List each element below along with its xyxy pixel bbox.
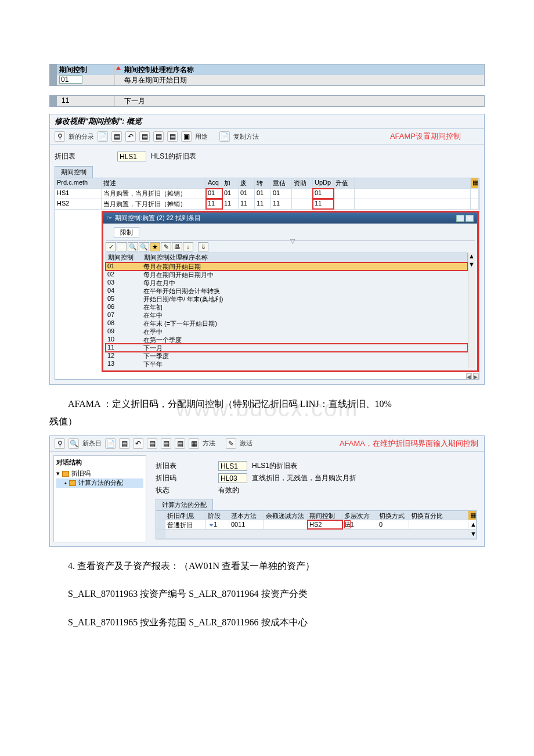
dep-table-code[interactable]: HLS1 [117, 152, 146, 161]
activate-button[interactable]: 激活 [240, 439, 252, 448]
copy-method-button[interactable]: 复制方法 [233, 132, 259, 141]
scroll-right-icon[interactable]: ▶ [473, 373, 479, 379]
sort-icon[interactable] [115, 64, 122, 75]
gh-acq: Acq [206, 178, 222, 188]
popup-list-item[interactable]: 04在半年开始日期会计年转换 [106, 287, 468, 295]
copy-method-icon[interactable]: 📄 [219, 131, 230, 142]
collapse-icon[interactable]: ▽ [290, 237, 295, 245]
cell-base[interactable]: 0011 [229, 520, 264, 529]
print-icon[interactable]: 🖶 [172, 242, 182, 251]
find-all-icon[interactable]: 🔍 [139, 242, 149, 251]
popup-list-item[interactable]: 07在年中 [106, 311, 468, 319]
star-icon[interactable]: ★ [150, 242, 160, 251]
cell-type[interactable]: 普通折旧 [165, 520, 206, 529]
dep-table-label: 折旧表 [55, 152, 113, 161]
tree-item-dep-code[interactable]: ▾ 折旧码 [56, 469, 143, 478]
cell-multi[interactable]: □1 [342, 520, 377, 529]
expand-icon[interactable]: ⚲ [55, 131, 65, 142]
col-proc-name: 期间控制处理程序名称 [122, 64, 484, 75]
status-val: 有效的 [218, 485, 239, 495]
tool-icon-5[interactable]: ▣ [181, 131, 192, 142]
dep-table-code2[interactable]: HLS1 [218, 461, 247, 471]
copy-icon[interactable]: 📄 [98, 131, 108, 142]
afamp-screen: 修改视图"期间控制": 概览 ⚲ 新的分录 📄 ▤ ↶ ▤ ▤ ▤ ▣ 用途 📄… [49, 114, 485, 385]
down-icon[interactable]: ↓ [183, 242, 193, 251]
popup-list-item[interactable]: 13下半年 [106, 360, 468, 368]
tool-icon-4[interactable]: ▤ [167, 131, 178, 142]
new-entry-button[interactable]: 新的分录 [68, 132, 94, 141]
period-desc-11: 下一月 [122, 96, 484, 106]
popup-list-item[interactable]: 08在年末 (=下一年开始日期) [106, 319, 468, 327]
find-icon[interactable]: 🔍 [128, 242, 138, 251]
btn-min-icon[interactable]: _ [456, 215, 464, 222]
grid-config-icon[interactable]: ▦ [471, 178, 479, 188]
gh-updp: UpDp [313, 178, 334, 188]
period-control-popup: ☞ 期间控制:购置 (2) 22 找到条目 _ × 限制 ▽ ✓ [102, 211, 479, 372]
tab-period-control[interactable]: 期间控制 [55, 166, 93, 178]
sap-toolbar: ⚲ 新的分录 📄 ▤ ↶ ▤ ▤ ▤ ▣ 用途 📄 复制方法 AFAMP设置期间… [50, 129, 484, 145]
cancel-icon[interactable]: ✕ [117, 242, 127, 251]
popup-list-item[interactable]: 01每月在期间开始日期 [106, 262, 468, 271]
undo-icon[interactable]: ↶ [125, 131, 136, 142]
tool-icon-2[interactable]: ▤ [139, 131, 150, 142]
body-text-afama-2: 残值） [49, 413, 485, 430]
cell-stage[interactable]: 1 [206, 520, 229, 529]
tree-item-calc-method[interactable]: • 计算方法的分配 [56, 478, 143, 488]
tool-icon-1[interactable]: ▤ [111, 131, 122, 142]
popup-list-item[interactable]: 12下一季度 [106, 352, 468, 360]
popup-list: 01每月在期间开始日期02每月在期间开始日期月中03每月在月中04在半年开始日期… [106, 262, 468, 368]
cell-pct[interactable] [409, 520, 468, 529]
body-text-afama: AFAMA ：定义折旧码，分配期间控制（特别记忆折旧码 LINJ：直线折旧、10… [49, 395, 485, 413]
download-icon[interactable]: ⇓ [198, 242, 208, 251]
tool-icon-1[interactable]: ▤ [119, 438, 129, 449]
folder-icon [69, 480, 76, 486]
popup-list-item[interactable]: 06在年初 [106, 303, 468, 311]
tab-calc-method[interactable]: 计算方法的分配 [156, 499, 213, 510]
scroll-left-icon[interactable]: ◀ [466, 373, 472, 379]
period-code-11: 11 [57, 96, 115, 106]
grid-config-icon[interactable]: ▦ [468, 511, 477, 520]
activate-icon[interactable]: ✎ [226, 438, 236, 449]
expand-icon[interactable]: ⚲ [55, 438, 65, 449]
scroll-up-icon[interactable]: ▲ [468, 520, 477, 529]
gh-add: 加 [222, 178, 239, 188]
popup-scrollbar[interactable]: ▲ ▼ [468, 253, 475, 368]
afamp-annotation: AFAMP设置期间控制 [390, 131, 461, 142]
popup-list-item[interactable]: 11下一月 [106, 344, 468, 352]
method-button[interactable]: 方法 [203, 439, 215, 448]
restrict-tab[interactable]: 限制 [114, 227, 139, 238]
cell-decl[interactable] [264, 520, 308, 529]
cell-period[interactable]: HS2 [308, 520, 342, 529]
usage-button[interactable]: 用途 [195, 132, 208, 141]
afama-annotation: AFAMA，在维护折旧码界面输入期间控制 [340, 438, 478, 449]
period-control-header-table: 期间控制 期间控制处理程序名称 每月在期间开始日期 [49, 64, 485, 86]
tool-icon-3[interactable]: ▤ [161, 438, 171, 449]
cell-acq[interactable]: 01 [206, 189, 222, 199]
new-entry-button[interactable]: 新条目 [82, 439, 102, 448]
period-code-input[interactable] [59, 75, 82, 84]
popup-app-icon: ☞ [107, 214, 113, 222]
cell-switch[interactable]: 0 [377, 520, 409, 529]
dialog-tree: 对话结构 ▾ 折旧码 • 计算方法的分配 [53, 455, 146, 542]
tool-icon-3[interactable]: ▤ [153, 131, 164, 142]
popup-list-item[interactable]: 03每月在月中 [106, 279, 468, 287]
find-icon[interactable]: 🔍 [68, 438, 79, 449]
cell-method[interactable]: HS1 [55, 189, 102, 199]
copy-icon[interactable]: 📄 [105, 438, 116, 449]
tool-icon-a[interactable]: ✎ [161, 242, 171, 251]
check-icon[interactable]: ✓ [106, 242, 116, 251]
btn-close-icon[interactable]: × [466, 215, 474, 222]
popup-list-item[interactable]: 05开始日期/年中/ 年末(奥地利) [106, 295, 468, 303]
popup-list-item[interactable]: 02每月在期间开始日期月中 [106, 271, 468, 279]
tool-icon-2[interactable]: ▤ [147, 438, 157, 449]
popup-col2: 期间控制处理程序名称 [142, 253, 467, 262]
dep-code-code[interactable]: HL03 [218, 473, 247, 483]
col-period-control: 期间控制 [57, 64, 115, 75]
calc-icon[interactable]: ▦ [189, 438, 199, 449]
dropdown-icon[interactable] [209, 524, 214, 527]
tool-icon-4[interactable]: ▤ [175, 438, 185, 449]
undo-icon[interactable]: ↶ [133, 438, 143, 449]
scroll-down-icon[interactable]: ▼ [468, 530, 477, 538]
popup-list-item[interactable]: 10在第一个季度 [106, 336, 468, 344]
popup-list-item[interactable]: 09在季中 [106, 327, 468, 336]
